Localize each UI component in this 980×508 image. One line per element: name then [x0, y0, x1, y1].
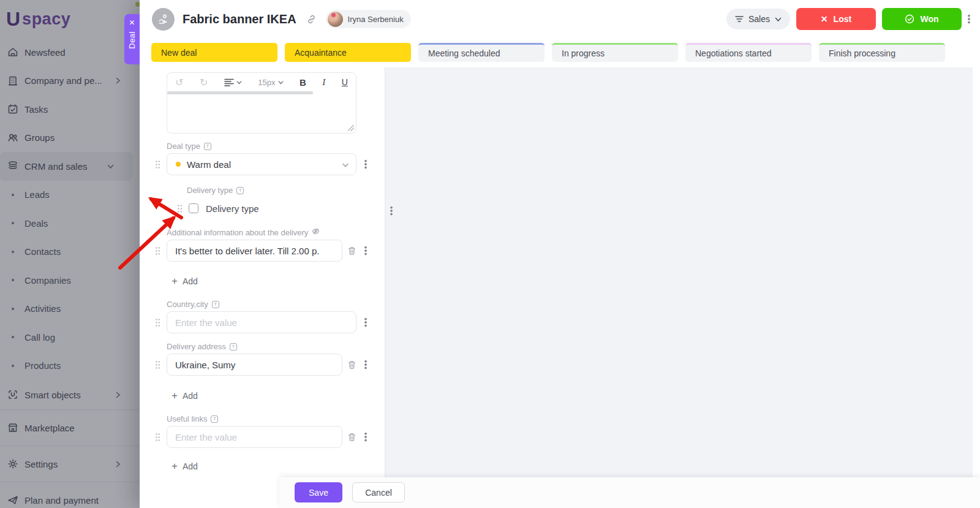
- field-type-icon: T: [236, 187, 244, 194]
- deal-avatar: [152, 8, 175, 31]
- country-city-input[interactable]: [167, 311, 356, 333]
- stage-acquaintance[interactable]: Acquaintance: [285, 43, 411, 62]
- delivery-address-input[interactable]: [167, 354, 342, 376]
- stage-label: Finish processing: [829, 48, 895, 58]
- lost-label: Lost: [834, 14, 852, 24]
- add-value-button[interactable]: + Add: [172, 276, 198, 286]
- field-label-deal-type: Deal type T: [167, 142, 385, 151]
- field-kebab-menu[interactable]: [364, 246, 367, 256]
- field-type-icon: T: [230, 343, 237, 351]
- form-footer: Save Cancel: [279, 477, 980, 508]
- stage-meeting-scheduled[interactable]: Meeting scheduled: [418, 43, 545, 62]
- pipeline-label: Sales: [748, 14, 770, 24]
- stage-label: Meeting scheduled: [428, 48, 500, 58]
- italic-button[interactable]: I: [322, 77, 325, 88]
- deal-panel-tab[interactable]: ✕ Deal: [124, 14, 140, 64]
- bold-button[interactable]: B: [300, 77, 306, 88]
- delivery-type-checkbox[interactable]: [189, 203, 198, 213]
- stage-in-progress[interactable]: In progress: [552, 43, 678, 62]
- field-kebab-menu[interactable]: [364, 317, 367, 327]
- field-row-delivery-type: Delivery type: [189, 202, 385, 215]
- field-label-useful-links: Useful links T: [167, 414, 385, 423]
- field-label-delivery-type: Delivery type T: [187, 186, 385, 195]
- field-label-additional-info: Additional information about the deliver…: [167, 227, 385, 237]
- won-button[interactable]: Won: [882, 8, 962, 30]
- undo-button[interactable]: ↺: [175, 77, 183, 88]
- field-type-icon: T: [212, 301, 219, 308]
- add-value-button[interactable]: + Add: [172, 461, 198, 471]
- deal-owner-chip[interactable]: Iryna Serbeniuk: [326, 10, 411, 28]
- chevron-down-icon: [278, 80, 284, 85]
- stage-label: New deal: [161, 48, 197, 58]
- trash-icon[interactable]: [347, 360, 356, 370]
- chevron-down-icon: [342, 159, 349, 170]
- chevron-down-icon: [775, 16, 782, 23]
- stage-negotiations-started[interactable]: Negotiations started: [685, 43, 812, 62]
- trash-icon[interactable]: [347, 246, 356, 256]
- won-label: Won: [920, 14, 938, 24]
- field-kebab-menu[interactable]: [364, 432, 367, 442]
- field-label-delivery-address: Delivery address T: [167, 342, 385, 351]
- editor-toolbar: ↺ ↻ 15px B I U: [167, 73, 356, 91]
- editor-content[interactable]: [167, 94, 356, 130]
- drag-handle-icon[interactable]: [155, 160, 160, 169]
- drag-handle-icon[interactable]: [155, 246, 160, 256]
- drag-handle-icon[interactable]: [155, 318, 160, 327]
- stage-label: Negotiations started: [695, 48, 772, 58]
- header-kebab-menu[interactable]: [968, 14, 970, 24]
- drag-handle-icon[interactable]: [177, 204, 183, 213]
- add-label: Add: [183, 276, 198, 286]
- stage-label: In progress: [562, 48, 605, 58]
- pipeline-stage-bar: New deal Acquaintance Meeting scheduled …: [151, 43, 945, 62]
- trash-icon[interactable]: [347, 433, 356, 442]
- field-row-additional-info: [167, 240, 385, 262]
- deal-panel: Fabric banner IKEA Iryna Serbeniuk Sales…: [140, 0, 980, 508]
- hand-money-icon: [157, 13, 170, 26]
- font-size-select[interactable]: 15px: [258, 78, 283, 87]
- plus-icon: +: [172, 461, 178, 471]
- x-icon: ✕: [821, 14, 828, 24]
- stage-finish-processing[interactable]: Finish processing: [819, 43, 945, 62]
- drag-handle-icon[interactable]: [155, 360, 160, 370]
- check-circle-icon: [905, 14, 914, 24]
- field-row-useful-links: [167, 426, 385, 448]
- font-size-value: 15px: [258, 78, 275, 87]
- redo-button[interactable]: ↻: [200, 77, 208, 88]
- field-type-icon: T: [204, 143, 211, 150]
- useful-links-input[interactable]: [167, 426, 342, 448]
- field-label-country-city: Country,city T: [167, 300, 385, 309]
- save-button[interactable]: Save: [295, 482, 342, 502]
- add-label: Add: [183, 461, 198, 471]
- link-icon[interactable]: [306, 14, 317, 25]
- deal-form-column: ↺ ↻ 15px B I U: [140, 63, 385, 508]
- field-type-icon: T: [211, 415, 218, 423]
- add-value-button[interactable]: + Add: [172, 390, 198, 401]
- stage-new-deal[interactable]: New deal: [151, 43, 277, 62]
- plus-icon: +: [172, 276, 178, 286]
- align-icon: [224, 78, 234, 87]
- align-button[interactable]: [224, 78, 242, 87]
- deal-type-value: Warm deal: [187, 159, 231, 170]
- deal-type-select[interactable]: Warm deal: [167, 153, 356, 175]
- close-icon[interactable]: ✕: [129, 19, 135, 26]
- field-kebab-menu[interactable]: [364, 360, 367, 370]
- chevron-down-icon: [236, 80, 242, 85]
- lost-button[interactable]: ✕ Lost: [796, 8, 876, 30]
- avatar: [328, 12, 343, 27]
- field-kebab-menu[interactable]: [364, 159, 367, 169]
- eye-off-icon: [312, 227, 320, 237]
- deal-title[interactable]: Fabric banner IKEA: [183, 12, 296, 26]
- deal-header: Fabric banner IKEA Iryna Serbeniuk Sales…: [140, 0, 980, 38]
- cancel-button[interactable]: Cancel: [352, 482, 405, 502]
- field-row-delivery-address: [167, 354, 385, 376]
- panel-kebab-menu[interactable]: [390, 206, 393, 216]
- underline-button[interactable]: U: [342, 77, 348, 87]
- deal-detail-panel: [385, 67, 973, 508]
- field-row-country-city: [167, 311, 385, 333]
- sidebar: U spacy Newsfeed Company and pe... Tasks…: [0, 0, 140, 508]
- pipeline-select[interactable]: Sales: [726, 9, 790, 29]
- resize-handle-icon[interactable]: [348, 125, 354, 131]
- drag-handle-icon[interactable]: [155, 433, 160, 442]
- modal-dim-overlay: [0, 0, 140, 508]
- additional-info-input[interactable]: [167, 240, 342, 262]
